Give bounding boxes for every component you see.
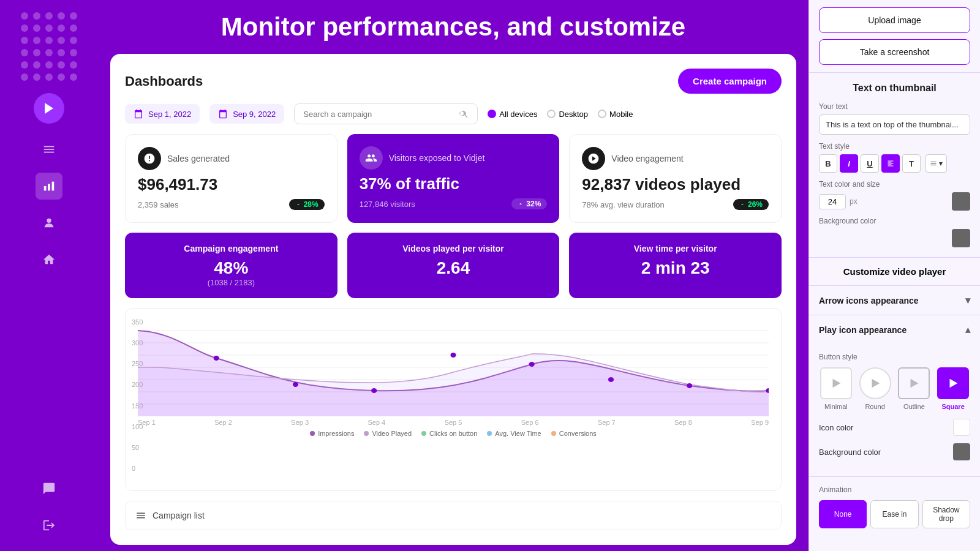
svg-rect-1 [44,146,55,148]
btn-icon-round [859,367,891,399]
chart-svg [138,318,769,416]
search-icon [459,109,469,119]
icon-color-row: Icon color [819,419,970,436]
svg-point-21 [687,383,692,388]
device-mobile[interactable]: Mobile [598,110,633,119]
stat-card-visitors: Visitors exposed to Vidjet 37% of traffi… [347,134,560,223]
btn-style-square[interactable]: Square [936,367,970,410]
italic-button[interactable]: I [840,154,858,173]
btn-style-outline[interactable]: Outline [897,367,932,410]
sidebar-item-user[interactable] [36,209,62,236]
eng-card-viewtime: View time per visitor 2 min 23 [569,233,782,298]
btn-style-round[interactable]: Round [858,367,892,410]
btn-icon-square [937,367,969,399]
text-color-row: px [819,192,970,211]
anim-ease-in-button[interactable]: Ease in [870,500,918,528]
create-campaign-button[interactable]: Create campaign [678,69,782,94]
device-filters: All devices Desktop Mobile [488,110,633,119]
sidebar [0,0,98,551]
svg-rect-5 [48,184,50,190]
play-icon-section: Button style Minimal Round [809,344,980,477]
svg-point-7 [47,219,51,223]
engagement-grid: Campaign engagement 48% (1038 / 2183) Vi… [125,233,782,298]
dashboard-card: Dashboards Create campaign Sep 1, 2022 S… [110,54,796,545]
chart-container: 350300250200150100500 [125,308,782,491]
bold-button[interactable]: B [819,154,837,173]
sales-value: $96,491.73 [138,175,325,194]
align-left-button[interactable] [881,154,900,173]
eng-viewtime-value: 2 min 23 [581,258,769,278]
anim-none-button[interactable]: None [819,500,867,528]
eng-videos-label: Videos played per visitor [360,244,548,253]
video-sub: 78% avg. view duration [582,200,664,209]
svg-rect-3 [44,152,55,153]
svg-marker-0 [45,103,53,114]
eng-videos-value: 2.64 [360,258,548,278]
date-to-picker[interactable]: Sep 9, 2022 [209,104,284,124]
date-from-picker[interactable]: Sep 1, 2022 [125,104,200,124]
text-format-button[interactable]: T [902,154,921,173]
visitors-badge: 32% [511,198,547,209]
text-style-label: Text style [819,142,970,151]
eng-card-videos: Videos played per visitor 2.64 [347,233,560,298]
btn-style-minimal[interactable]: Minimal [819,367,853,410]
sidebar-logo[interactable] [34,93,64,124]
eng-campaign-value: 48% [137,258,325,278]
arrow-icons-accordion[interactable]: Arrow icons appearance ▾ [809,286,980,315]
your-text-label: Your text [819,102,970,111]
svg-point-20 [608,377,614,382]
text-size-input[interactable] [819,194,846,209]
text-color-box[interactable] [952,192,970,211]
sidebar-item-chart[interactable] [36,173,62,200]
video-value: 92,837 videos played [582,175,769,194]
upload-section: Upload image Take a screenshot [809,0,980,73]
search-input[interactable] [303,110,454,119]
play-icon-label: Play icon appearance [819,325,907,335]
icon-color-box[interactable] [953,419,970,436]
campaign-list-icon [135,510,146,521]
dashboard-header: Dashboards Create campaign [125,69,782,94]
btn-icon-minimal [820,367,852,399]
campaign-list-label: Campaign list [153,511,205,520]
sidebar-item-home[interactable] [36,246,62,273]
sidebar-nav [36,136,62,273]
arrow-icons-chevron: ▾ [965,294,970,306]
campaign-list-row: Campaign list [125,501,782,530]
px-label: px [850,197,858,206]
text-style-row: B I U T ▾ [819,154,970,173]
search-bar [294,103,478,124]
sidebar-item-logout[interactable] [36,512,62,539]
bg-color-box[interactable] [952,229,970,247]
play-icon-accordion[interactable]: Play icon appearance ▴ [809,315,980,344]
customize-section: Customize video player Arrow icons appea… [809,258,980,537]
video-footer: 78% avg. view duration 26% [582,199,769,210]
bg-color-label: Background color [819,217,970,225]
arrow-icons-label: Arrow icons appearance [819,296,919,305]
take-screenshot-button[interactable]: Take a screenshot [819,39,970,65]
sidebar-item-chat[interactable] [36,475,62,502]
svg-marker-24 [872,379,880,388]
device-all-devices[interactable]: All devices [488,110,537,119]
button-style-label: Button style [819,353,970,361]
visitors-footer: 127,846 visitors 32% [360,198,548,209]
sales-icon [138,147,161,170]
customize-title: Customize video player [809,258,980,286]
eng-viewtime-label: View time per visitor [581,244,769,253]
svg-marker-23 [832,379,840,388]
text-align-dropdown[interactable]: ▾ [925,154,947,173]
btn-label-round: Round [865,403,884,410]
your-text-input[interactable] [819,114,970,135]
upload-image-button[interactable]: Upload image [819,7,970,33]
underline-button[interactable]: U [861,154,879,173]
button-style-grid: Minimal Round Outline [819,367,970,410]
device-desktop[interactable]: Desktop [547,110,588,119]
radio-mobile [598,110,606,118]
right-panel: Upload image Take a screenshot Text on t… [809,0,980,551]
animation-label: Animation [819,485,970,494]
btn-bg-color-box[interactable] [953,443,970,460]
anim-shadow-drop-button[interactable]: Shadow drop [922,500,970,528]
sales-footer: 2,359 sales 28% [138,199,325,210]
svg-point-18 [450,353,456,358]
sidebar-item-menu[interactable] [36,136,62,163]
page-title: Monitor performances, and customize [110,12,796,42]
